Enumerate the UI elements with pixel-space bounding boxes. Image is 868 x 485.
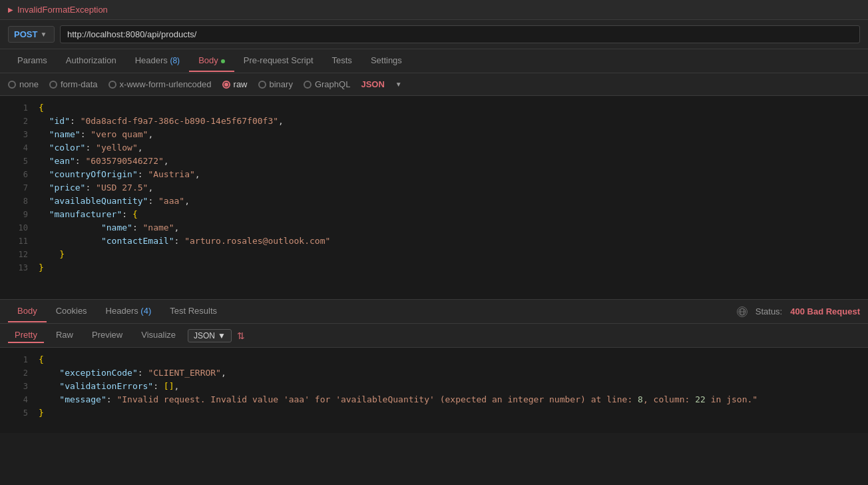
request-body-line-5: 5 "ean": "6035790546272", bbox=[0, 155, 868, 168]
resp-format-visualize[interactable]: Visualize bbox=[134, 328, 182, 343]
response-body-line-2: 2 "exceptionCode": "CLIENT_ERROR", bbox=[0, 366, 868, 380]
request-body-line-2: 2 "id": "0da8acfd-f9a7-386c-b890-14e5f67… bbox=[0, 115, 868, 128]
radio-none bbox=[8, 81, 16, 89]
body-type-urlencoded[interactable]: x-www-form-urlencoded bbox=[108, 79, 212, 89]
globe-icon[interactable] bbox=[737, 306, 748, 317]
radio-raw bbox=[222, 81, 230, 89]
request-body-line-11: 11 "contactEmail": "arturo.rosales@outlo… bbox=[0, 235, 868, 248]
request-body-line-4: 4 "color": "yellow", bbox=[0, 141, 868, 155]
request-body-line-13: 13} bbox=[0, 261, 868, 274]
tab-params[interactable]: Params bbox=[8, 50, 57, 72]
error-triangle-icon: ▶ bbox=[8, 6, 13, 13]
resp-headers-badge: (4) bbox=[140, 306, 151, 316]
error-bar: ▶ InvalidFormatException bbox=[0, 0, 868, 20]
tab-body[interactable]: Body bbox=[189, 50, 234, 72]
method-dropdown-arrow: ▼ bbox=[40, 31, 47, 38]
method-dropdown[interactable]: POST ▼ bbox=[8, 26, 55, 43]
method-label: POST bbox=[14, 29, 37, 39]
response-body-line-3: 3 "validationErrors": [], bbox=[0, 380, 868, 393]
response-body-line-4: 4 "message": "Invalid request. Invalid v… bbox=[0, 393, 868, 406]
request-body-line-10: 10 "name": "name", bbox=[0, 221, 868, 235]
status-label: Status: bbox=[756, 306, 782, 316]
tab-settings[interactable]: Settings bbox=[361, 50, 411, 72]
resp-tab-cookies[interactable]: Cookies bbox=[47, 300, 97, 322]
body-type-form-data[interactable]: form-data bbox=[49, 79, 98, 89]
status-value: 400 Bad Request bbox=[790, 306, 860, 316]
response-body-line-5: 5} bbox=[0, 406, 868, 420]
response-body-line-1: 1{ bbox=[0, 353, 868, 366]
url-input[interactable] bbox=[60, 25, 860, 43]
request-body-line-8: 8 "availableQuantity": "aaa", bbox=[0, 195, 868, 208]
radio-binary bbox=[258, 81, 266, 89]
resp-tab-body[interactable]: Body bbox=[8, 300, 47, 322]
response-body-editor[interactable]: 1{2 "exceptionCode": "CLIENT_ERROR",3 "v… bbox=[0, 348, 868, 433]
response-controls: Status: 400 Bad Request bbox=[737, 306, 860, 317]
tab-authorization[interactable]: Authorization bbox=[57, 50, 126, 72]
tab-headers[interactable]: Headers (8) bbox=[126, 50, 189, 72]
json-dropdown-arrow[interactable]: ▼ bbox=[395, 81, 402, 88]
body-type-bar: none form-data x-www-form-urlencoded raw… bbox=[0, 73, 868, 96]
request-body-line-12: 12 } bbox=[0, 248, 868, 261]
radio-form-data bbox=[49, 81, 57, 89]
response-section: Body Cookies Headers (4) Test Results St… bbox=[0, 300, 868, 433]
resp-format-pretty[interactable]: Pretty bbox=[8, 328, 44, 343]
url-bar: POST ▼ bbox=[0, 20, 868, 49]
json-format-label[interactable]: JSON bbox=[361, 79, 384, 89]
request-section: none form-data x-www-form-urlencoded raw… bbox=[0, 73, 868, 300]
request-body-line-7: 7 "price": "USD 27.5", bbox=[0, 181, 868, 195]
request-body-line-9: 9 "manufacturer": { bbox=[0, 208, 868, 221]
body-type-binary[interactable]: binary bbox=[258, 79, 293, 89]
request-body-line-1: 1{ bbox=[0, 101, 868, 115]
body-type-raw[interactable]: raw bbox=[222, 79, 248, 89]
response-tab-bar: Body Cookies Headers (4) Test Results St… bbox=[0, 300, 868, 324]
request-tab-bar: Params Authorization Headers (8) Body Pr… bbox=[0, 49, 868, 73]
request-body-line-6: 6 "countryOfOrigin": "Austria", bbox=[0, 168, 868, 181]
request-body-line-3: 3 "name": "vero quam", bbox=[0, 128, 868, 141]
body-type-graphql[interactable]: GraphQL bbox=[304, 79, 350, 89]
resp-tab-test-results[interactable]: Test Results bbox=[160, 300, 226, 322]
body-dot bbox=[221, 59, 225, 63]
headers-badge: (8) bbox=[170, 56, 180, 65]
resp-format-raw[interactable]: Raw bbox=[49, 328, 80, 343]
error-title: InvalidFormatException bbox=[17, 5, 108, 15]
resp-tab-headers[interactable]: Headers (4) bbox=[97, 300, 161, 322]
resp-format-preview[interactable]: Preview bbox=[85, 328, 129, 343]
tab-pre-request[interactable]: Pre-request Script bbox=[234, 50, 323, 72]
radio-graphql bbox=[304, 81, 312, 89]
body-type-none[interactable]: none bbox=[8, 79, 39, 89]
json-format-badge[interactable]: JSON ▼ bbox=[188, 329, 232, 342]
request-body-editor[interactable]: 1{2 "id": "0da8acfd-f9a7-386c-b890-14e5f… bbox=[0, 96, 868, 299]
sort-icon[interactable]: ⇅ bbox=[237, 330, 245, 341]
response-type-bar: Pretty Raw Preview Visualize JSON ▼ ⇅ bbox=[0, 324, 868, 348]
tab-tests[interactable]: Tests bbox=[323, 50, 361, 72]
radio-urlencoded bbox=[108, 81, 116, 89]
